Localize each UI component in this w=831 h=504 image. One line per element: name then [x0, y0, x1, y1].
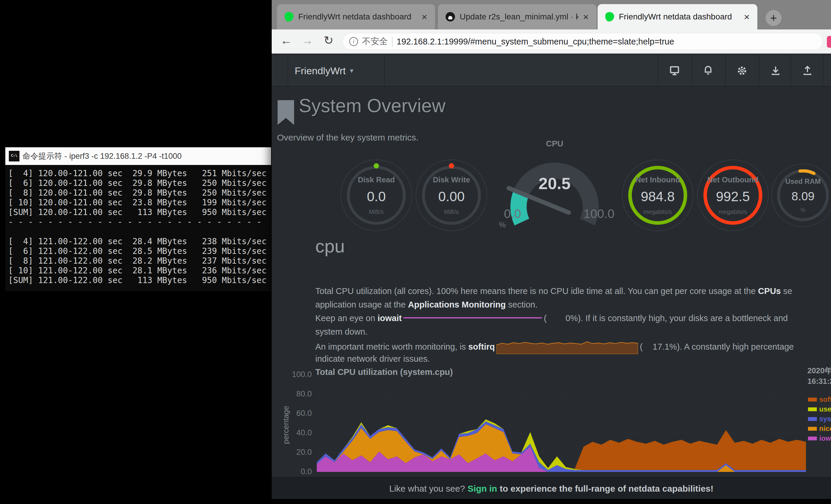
disk-read-dot — [374, 163, 379, 169]
gauge-value: 0.0 — [367, 188, 386, 204]
disk-read-gauge[interactable]: Disk Read 0.0 MiB/s — [347, 166, 406, 225]
banner-text: to experience the full-range of netdata … — [500, 484, 713, 494]
download-icon — [770, 65, 781, 76]
gauge-label: Disk Write — [433, 175, 470, 184]
upload-icon — [802, 65, 813, 76]
back-button[interactable]: ← — [278, 32, 295, 49]
export-button[interactable] — [791, 55, 824, 86]
tab-label: FriendlyWrt netdata dashboard — [619, 12, 739, 22]
legend-swatch — [808, 427, 817, 431]
y-tick-label: 80.0 — [286, 389, 312, 398]
softirq-sparkline — [496, 340, 638, 354]
legend-item-softirq[interactable]: softirq — [808, 395, 831, 404]
cpu-gauge-label: CPU — [496, 139, 613, 148]
section-title-cpu: cpu — [315, 236, 345, 257]
reload-button[interactable]: ↻ — [320, 32, 337, 49]
bookmark-icon — [278, 100, 294, 125]
signin-banner: Like what you see? Sign in to experience… — [272, 477, 831, 499]
host-name: FriendlyWrt — [295, 65, 346, 77]
tab-bar: FriendlyWrt netdata dashboard × Update r… — [272, 0, 831, 29]
cpu-gauge-value: 20.5 — [496, 174, 613, 193]
gauge-unit: megabits/s — [643, 209, 672, 215]
net-inbound-gauge[interactable]: Net Inbound 984.8 megabits/s — [628, 166, 687, 225]
header-separator — [384, 55, 385, 86]
cpu-gauge-max: 100.0 — [583, 207, 614, 221]
tab-label: FriendlyWrt netdata dashboard — [298, 12, 417, 22]
legend-swatch — [808, 398, 817, 402]
terminal-output: [ 4] 120.00-121.00 sec 29.9 MBytes 251 M… — [5, 165, 271, 291]
cpu-utilization-chart[interactable] — [317, 375, 806, 472]
used-ram-arc — [777, 169, 829, 221]
host-dropdown[interactable]: FriendlyWrt ▾ — [295, 55, 353, 86]
terminal-titlebar[interactable]: C:\ 命令提示符 - iperf3 -c 192.168.1.2 -P4 -t… — [5, 147, 271, 165]
gear-icon — [737, 65, 748, 76]
header-separator — [288, 55, 288, 86]
monitor-icon — [669, 65, 681, 77]
legend-item-user[interactable]: user — [808, 405, 831, 413]
y-tick-label: 60.0 — [286, 409, 312, 418]
cpu-description-line: application usage at the Applications Mo… — [315, 300, 538, 309]
banner-text: Like what you see? — [389, 484, 465, 494]
new-tab-button[interactable]: + — [766, 10, 781, 26]
page-title: System Overview — [299, 95, 446, 117]
page-subtitle: Overview of the key system metrics. — [277, 132, 419, 143]
cpu-description-line: Keep an eye on iowait(0%). If it is cons… — [315, 314, 788, 323]
legend-item-system[interactable]: system — [808, 415, 831, 423]
legend-item-nice[interactable]: nice — [808, 424, 831, 433]
gauge-label: Net Inbound — [635, 175, 680, 184]
gauge-value: 0.00 — [438, 188, 465, 204]
legend-item-iowait[interactable]: iowait — [808, 434, 831, 442]
legend-swatch — [808, 407, 817, 411]
profile-avatar[interactable] — [827, 36, 831, 48]
sign-in-link[interactable]: Sign in — [468, 484, 497, 494]
security-label: 不安全 — [362, 36, 388, 48]
alarms-button[interactable] — [691, 55, 725, 86]
cpu-description-line: An important metric worth monitoring, is… — [315, 340, 794, 354]
cpu-description-line: indicate network driver issues. — [315, 354, 430, 364]
site-info-icon[interactable]: i — [349, 37, 358, 46]
url-divider — [392, 36, 393, 47]
y-axis-title: percentage — [281, 402, 291, 449]
tab-github[interactable]: Update r2s_lean_minimal.yml · k × — [438, 4, 596, 29]
settings-button[interactable] — [725, 55, 759, 86]
y-tick-label: 40.0 — [286, 428, 312, 438]
netdata-header: FriendlyWrt ▾ — [272, 55, 831, 87]
gauge-unit: MiB/s — [369, 209, 384, 215]
disk-write-dot — [449, 163, 454, 169]
tab-close-icon[interactable]: × — [583, 12, 589, 22]
disk-write-gauge[interactable]: Disk Write 0.00 MiB/s — [422, 166, 481, 225]
netdata-favicon — [285, 12, 293, 22]
tab-label: Update r2s_lean_minimal.yml · k — [460, 12, 578, 22]
gauge-label: Disk Read — [358, 175, 395, 184]
cpu-description-line: system down. — [315, 327, 368, 337]
y-tick-label: 20.0 — [286, 448, 312, 457]
url-text[interactable]: 192.168.2.1:19999/#menu_system_submenu_c… — [397, 37, 674, 47]
cmd-icon: C:\ — [9, 151, 20, 161]
forward-button[interactable]: → — [299, 32, 316, 49]
gauge-value: 984.8 — [641, 188, 675, 204]
legend-swatch — [808, 437, 817, 440]
github-favicon — [446, 12, 455, 22]
tab-close-icon[interactable]: × — [421, 12, 427, 22]
cpus-link[interactable]: CPUs — [758, 286, 781, 296]
cpu-description-line: Total CPU utilization (all cores). 100% … — [315, 286, 792, 296]
screen: C:\ 命令提示符 - iperf3 -c 192.168.1.2 -P4 -t… — [0, 0, 831, 504]
tab-close-icon[interactable]: × — [744, 12, 750, 22]
print-dashboard-button[interactable] — [658, 55, 691, 86]
chevron-down-icon: ▾ — [350, 66, 353, 75]
applications-monitoring-link[interactable]: Applications Monitoring — [408, 300, 506, 309]
gauge-value: 992.5 — [716, 188, 750, 204]
gauge-label: Net Outbound — [707, 175, 758, 184]
tab-netdata-1[interactable]: FriendlyWrt netdata dashboard × — [277, 4, 435, 29]
browser-toolbar: ← → ↻ i 不安全 192.168.2.1:19999/#menu_syst… — [272, 29, 831, 54]
net-outbound-gauge[interactable]: Net Outbound 992.5 megabits/s — [704, 166, 762, 225]
terminal-title: 命令提示符 - iperf3 -c 192.168.1.2 -P4 -t1000 — [22, 151, 181, 161]
legend-swatch — [808, 417, 817, 421]
netdata-favicon — [605, 12, 614, 22]
bell-icon — [703, 65, 714, 76]
import-button[interactable] — [759, 55, 793, 86]
cpu-gauge-unit: % — [499, 220, 506, 230]
tab-netdata-2-active[interactable]: FriendlyWrt netdata dashboard × — [598, 4, 757, 29]
gauge-unit: MiB/s — [444, 209, 459, 215]
address-bar[interactable]: i 不安全 192.168.2.1:19999/#menu_system_sub… — [342, 33, 823, 50]
